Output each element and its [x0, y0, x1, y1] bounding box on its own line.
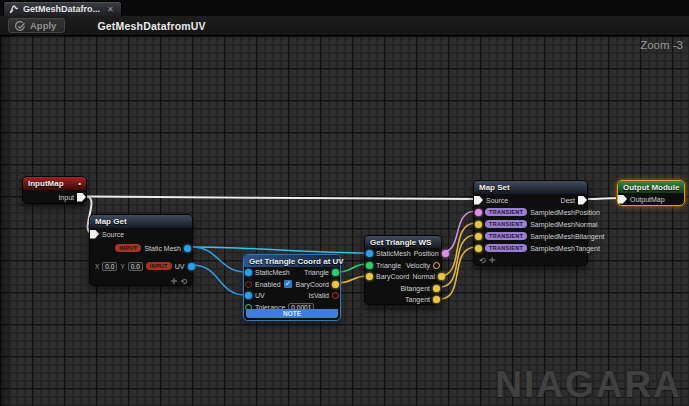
- pin-label-triangle: Triangle: [304, 269, 329, 276]
- pin-label-sampledmeshnormal: SampledMeshNormal: [530, 221, 597, 228]
- apply-button[interactable]: Apply: [8, 18, 65, 33]
- exec-pin-source[interactable]: [474, 196, 483, 205]
- pin-row: Enabled ✓ BaryCoord: [244, 279, 340, 291]
- transient-badge: TRANSIENT: [485, 208, 527, 216]
- node-output-header[interactable]: Output Module: [618, 181, 684, 193]
- exec-pin-input-out[interactable]: [77, 193, 86, 202]
- node-output-module[interactable]: Output Module OutputMap: [617, 180, 685, 206]
- pin-barycoord-in[interactable]: [366, 273, 373, 280]
- pin-row-sampled-position: TRANSIENT SampledMeshPosition: [474, 206, 587, 218]
- pin-row-source-dest: Source Dest: [474, 194, 587, 206]
- niagara-watermark: NIAGARA: [495, 364, 682, 406]
- pin-sampledmeshposition-in[interactable]: [475, 209, 482, 216]
- exec-pin-dest[interactable]: [578, 196, 587, 205]
- pin-velocity-out[interactable]: [433, 262, 440, 269]
- node-get-triangle-coord-at-uv[interactable]: Get Triangle Coord at UV StaticMesh Tria…: [243, 254, 341, 321]
- pin-label-position: Position: [414, 250, 439, 257]
- loop-icon[interactable]: ⟲: [180, 278, 187, 286]
- wire-exec-mapset-to-output[interactable]: [587, 198, 619, 199]
- node-title: Map Get: [95, 217, 127, 226]
- pin-label-bitangent: Bitangent: [400, 285, 430, 292]
- pin-row: Triangle Velocity: [365, 260, 441, 272]
- add-pin-icon[interactable]: ✛: [171, 278, 178, 286]
- pin-label-triangle: Triangle: [376, 262, 401, 269]
- pin-row: Tangent: [365, 294, 441, 306]
- pin-barycoord-out[interactable]: [332, 281, 339, 288]
- pin-uv-in[interactable]: [245, 292, 252, 299]
- wire-uv-to-coord[interactable]: [192, 265, 246, 295]
- note-bar[interactable]: NOTE: [246, 309, 338, 318]
- pin-isvalid-out[interactable]: [332, 292, 339, 299]
- node-get-triangle-ws[interactable]: Get Triangle WS StaticMesh Position Tria…: [364, 235, 442, 305]
- wire-barycoord[interactable]: [338, 276, 367, 283]
- node-footer-icons: ⟲ ✛: [474, 254, 587, 267]
- pin-staticmesh-in[interactable]: [366, 250, 373, 257]
- node-input-map-header[interactable]: InputMap •: [23, 177, 86, 190]
- apply-button-label: Apply: [30, 20, 56, 31]
- node-input-map[interactable]: InputMap • Input: [22, 176, 87, 204]
- exec-pin-outputmap[interactable]: [618, 195, 627, 204]
- uv-y-field[interactable]: 0.0: [128, 262, 143, 271]
- node-coord-header[interactable]: Get Triangle Coord at UV: [244, 255, 340, 267]
- add-pin-icon[interactable]: ✛: [489, 257, 496, 265]
- pin-label-tangent: Tangent: [405, 296, 430, 303]
- transient-badge: TRANSIENT: [485, 220, 527, 228]
- exec-pin-source[interactable]: [90, 230, 99, 239]
- pin-sampledmeshtangent-in[interactable]: [475, 245, 482, 252]
- apply-check-icon: [14, 20, 26, 32]
- wire-staticmesh-to-ws[interactable]: [192, 247, 367, 253]
- tab-close-icon[interactable]: ✕: [107, 5, 114, 14]
- pin-row-static-mesh: INPUT Static Mesh: [90, 240, 192, 256]
- pin-label-sampledmeshposition: SampledMeshPosition: [530, 209, 600, 216]
- graph-canvas[interactable]: Zoom -3 InputMap • Input: [0, 36, 689, 406]
- pin-enabled-in[interactable]: [245, 281, 252, 288]
- pin-label-uv: UV: [175, 263, 185, 270]
- enabled-checkbox[interactable]: ✓: [284, 280, 292, 288]
- pin-bitangent-out[interactable]: [433, 285, 440, 292]
- niagara-script-editor-window: GetMeshDatafro... ✕ Apply GetMeshDatafro…: [0, 0, 689, 406]
- pin-sampledmeshnormal-in[interactable]: [475, 221, 482, 228]
- pin-tangent-out[interactable]: [433, 296, 440, 303]
- tab-title: GetMeshDatafro...: [23, 4, 100, 14]
- input-badge: INPUT: [146, 262, 172, 270]
- pin-triangle-out[interactable]: [332, 269, 339, 276]
- node-title: InputMap: [28, 179, 64, 188]
- node-map-set[interactable]: Map Set Source Dest TRANSIENT SampledMes…: [473, 180, 588, 266]
- toolbar: Apply GetMeshDatafromUV: [0, 16, 689, 36]
- pin-position-out[interactable]: [442, 250, 449, 257]
- pin-triangle-in[interactable]: [366, 262, 373, 269]
- pin-label-uv: UV: [255, 292, 265, 299]
- node-map-get[interactable]: Map Get Source INPUT Static Mesh X 0.0 Y…: [89, 214, 193, 286]
- pin-label-outputmap: OutputMap: [630, 196, 665, 203]
- node-title: Get Triangle Coord at UV: [249, 257, 344, 266]
- pin-static-mesh-out[interactable]: [184, 245, 191, 252]
- wire-staticmesh-to-coord[interactable]: [192, 247, 246, 272]
- pin-row-sampled-tangent: TRANSIENT SampledMeshTangent: [474, 242, 587, 254]
- script-title: GetMeshDatafromUV: [97, 20, 205, 32]
- node-map-set-header[interactable]: Map Set: [474, 181, 587, 194]
- pin-label-input: Input: [58, 194, 74, 201]
- pin-row: StaticMesh Position: [365, 248, 441, 260]
- pin-label-staticmesh: StaticMesh: [376, 250, 411, 257]
- pin-label-source: Source: [102, 231, 124, 238]
- pin-label-enabled: Enabled: [255, 281, 281, 288]
- node-map-get-header[interactable]: Map Get: [90, 215, 192, 228]
- loop-icon[interactable]: ⟲: [479, 257, 486, 265]
- pin-label-sampledmeshbitangent: SampledMeshBitangent: [530, 233, 604, 240]
- pin-label-static-mesh: Static Mesh: [144, 245, 181, 252]
- uv-x-field[interactable]: 0.0: [102, 262, 117, 271]
- uv-y-label: Y: [120, 263, 124, 270]
- pin-label-normal: Normal: [412, 273, 435, 280]
- pin-row-sampled-bitangent: TRANSIENT SampledMeshBitangent: [474, 230, 587, 242]
- wire-exec-input-to-mapset[interactable]: [87, 197, 477, 200]
- pin-staticmesh-in[interactable]: [245, 269, 252, 276]
- pin-sampledmeshbitangent-in[interactable]: [475, 233, 482, 240]
- pin-row: Input: [23, 190, 86, 204]
- pin-uv-out[interactable]: [188, 263, 195, 270]
- pin-row: BaryCoord Normal: [365, 271, 441, 283]
- tab-getmeshdatafromuv[interactable]: GetMeshDatafro... ✕: [3, 1, 122, 16]
- node-ws-header[interactable]: Get Triangle WS: [365, 236, 441, 248]
- node-footer-icons: ✛ ⟲: [90, 276, 192, 287]
- pin-label-source: Source: [486, 197, 508, 204]
- pin-row-uv: X 0.0 Y 0.0 INPUT UV: [90, 256, 192, 276]
